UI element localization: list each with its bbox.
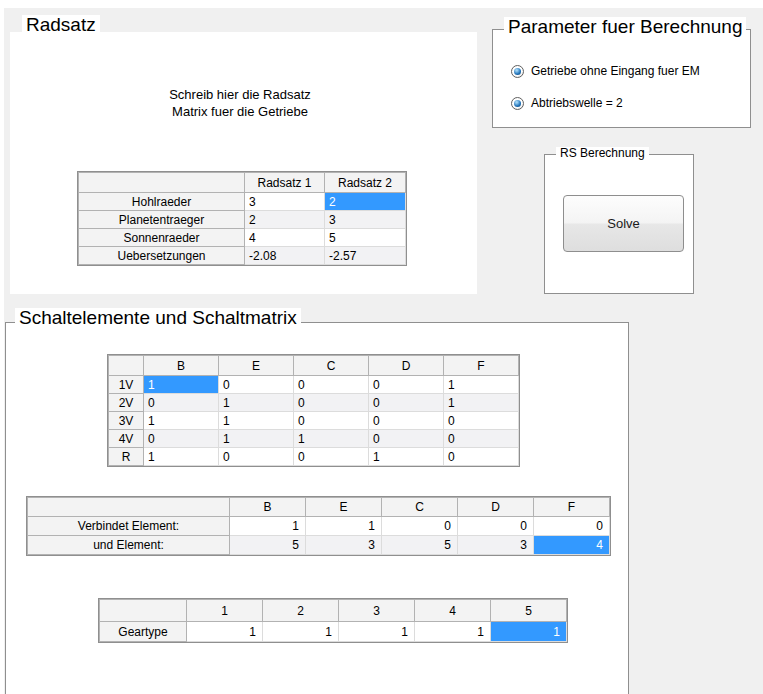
table-cell[interactable]: 3 xyxy=(325,211,406,229)
column-header: 5 xyxy=(491,600,567,622)
table-cell[interactable]: 0 xyxy=(444,430,519,448)
solve-button[interactable]: Solve xyxy=(563,195,684,252)
row-header: R xyxy=(109,448,144,466)
column-header: C xyxy=(294,356,369,376)
table-cell[interactable]: 5 xyxy=(382,536,458,555)
rs-berechnung-panel-title: RS Berechnung xyxy=(556,147,649,160)
data-grid: 12345Geartype11111 xyxy=(99,599,567,642)
row-header: Geartype xyxy=(100,622,187,642)
corner-header xyxy=(109,356,144,376)
table-cell[interactable]: 5 xyxy=(325,229,406,247)
corner-header xyxy=(79,173,245,193)
table-cell[interactable]: 1 xyxy=(444,394,519,412)
row-header: Sonnenraeder xyxy=(79,229,245,247)
radio-getriebe-label: Getriebe ohne Eingang fuer EM xyxy=(531,64,700,78)
table-cell[interactable]: 1 xyxy=(294,430,369,448)
radio-dot-icon xyxy=(514,68,521,75)
table-cell[interactable]: 0 xyxy=(294,376,369,394)
data-grid: BECDFVerbindet Element:11000und Element:… xyxy=(27,497,610,555)
table-cell[interactable]: 1 xyxy=(369,448,444,466)
column-header: C xyxy=(382,498,458,517)
table-cell[interactable]: 0 xyxy=(219,448,294,466)
window-margin-left xyxy=(0,0,4,694)
parameter-panel xyxy=(492,29,751,128)
table-cell[interactable]: 0 xyxy=(144,430,219,448)
table-cell[interactable]: 0 xyxy=(458,517,534,536)
corner-header xyxy=(28,498,230,517)
table-cell[interactable]: 5 xyxy=(230,536,306,555)
column-header: B xyxy=(144,356,219,376)
row-header: Hohlraeder xyxy=(79,193,245,211)
table-cell[interactable]: 1 xyxy=(219,412,294,430)
table-cell[interactable]: 4 xyxy=(245,229,325,247)
table-cell[interactable]: 0 xyxy=(534,517,610,536)
data-grid: Radsatz 1Radsatz 2Hohlraeder32Planetentr… xyxy=(78,172,406,265)
table-cell[interactable]: 0 xyxy=(294,394,369,412)
table-cell[interactable]: 0 xyxy=(144,394,219,412)
radsatz-instruction-line2: Matrix fuer die Getriebe xyxy=(120,103,360,120)
table-cell[interactable]: 1 xyxy=(339,622,415,642)
verbindet-table: BECDFVerbindet Element:11000und Element:… xyxy=(26,496,611,556)
table-cell[interactable]: 0 xyxy=(369,430,444,448)
table-cell[interactable]: 1 xyxy=(187,622,263,642)
table-cell[interactable]: 0 xyxy=(369,394,444,412)
column-header: 3 xyxy=(339,600,415,622)
selected-cell[interactable]: 4 xyxy=(534,536,610,555)
selected-cell[interactable]: 1 xyxy=(491,622,567,642)
table-cell[interactable]: -2.08 xyxy=(245,247,325,265)
selected-cell[interactable]: 1 xyxy=(144,376,219,394)
table-cell[interactable]: 2 xyxy=(245,211,325,229)
table-cell[interactable]: 0 xyxy=(382,517,458,536)
schaltelemente-panel-title: Schaltelemente und Schaltmatrix xyxy=(15,308,301,329)
table-cell[interactable]: -2.57 xyxy=(325,247,406,265)
data-grid: BECDF1V100012V010013V110004V01100R10010 xyxy=(108,355,519,466)
column-header: D xyxy=(458,498,534,517)
column-header: 1 xyxy=(187,600,263,622)
table-cell[interactable]: 1 xyxy=(263,622,339,642)
column-header: F xyxy=(534,498,610,517)
geartype-table: 12345Geartype11111 xyxy=(98,598,568,643)
table-cell[interactable]: 0 xyxy=(294,448,369,466)
column-header: 2 xyxy=(263,600,339,622)
table-cell[interactable]: 1 xyxy=(219,394,294,412)
table-cell[interactable]: 1 xyxy=(219,430,294,448)
selected-cell[interactable]: 2 xyxy=(325,193,406,211)
row-header: 1V xyxy=(109,376,144,394)
table-cell[interactable]: 0 xyxy=(294,412,369,430)
corner-header xyxy=(100,600,187,622)
table-cell[interactable]: 3 xyxy=(306,536,382,555)
column-header: B xyxy=(230,498,306,517)
row-header: und Element: xyxy=(28,536,230,555)
row-header: 4V xyxy=(109,430,144,448)
table-cell[interactable]: 3 xyxy=(458,536,534,555)
radio-selected-icon[interactable] xyxy=(511,97,524,110)
table-cell[interactable]: 3 xyxy=(245,193,325,211)
table-cell[interactable]: 0 xyxy=(369,412,444,430)
parameter-panel-title: Parameter fuer Berechnung xyxy=(504,17,746,38)
row-header: 2V xyxy=(109,394,144,412)
table-cell[interactable]: 0 xyxy=(369,376,444,394)
radio-abtriebswelle-label: Abtriebswelle = 2 xyxy=(531,96,623,110)
table-cell[interactable]: 0 xyxy=(219,376,294,394)
window-margin-top xyxy=(0,0,763,8)
radsatz-table: Radsatz 1Radsatz 2Hohlraeder32Planetentr… xyxy=(77,171,407,266)
radio-dot-icon xyxy=(514,100,521,107)
row-header: 3V xyxy=(109,412,144,430)
table-cell[interactable]: 1 xyxy=(230,517,306,536)
radio-abtriebswelle[interactable]: Abtriebswelle = 2 xyxy=(511,96,623,110)
table-cell[interactable]: 0 xyxy=(444,412,519,430)
table-cell[interactable]: 1 xyxy=(415,622,491,642)
table-cell[interactable]: 1 xyxy=(306,517,382,536)
radsatz-panel-title: Radsatz xyxy=(22,15,100,36)
table-cell[interactable]: 1 xyxy=(144,412,219,430)
column-header: E xyxy=(306,498,382,517)
table-cell[interactable]: 1 xyxy=(444,376,519,394)
column-header: 4 xyxy=(415,600,491,622)
column-header: F xyxy=(444,356,519,376)
radsatz-instruction: Schreib hier die Radsatz Matrix fuer die… xyxy=(120,86,360,120)
table-cell[interactable]: 1 xyxy=(144,448,219,466)
table-cell[interactable]: 0 xyxy=(444,448,519,466)
radio-selected-icon[interactable] xyxy=(511,65,524,78)
radio-getriebe-ohne-eingang[interactable]: Getriebe ohne Eingang fuer EM xyxy=(511,64,700,78)
column-header: Radsatz 2 xyxy=(325,173,406,193)
